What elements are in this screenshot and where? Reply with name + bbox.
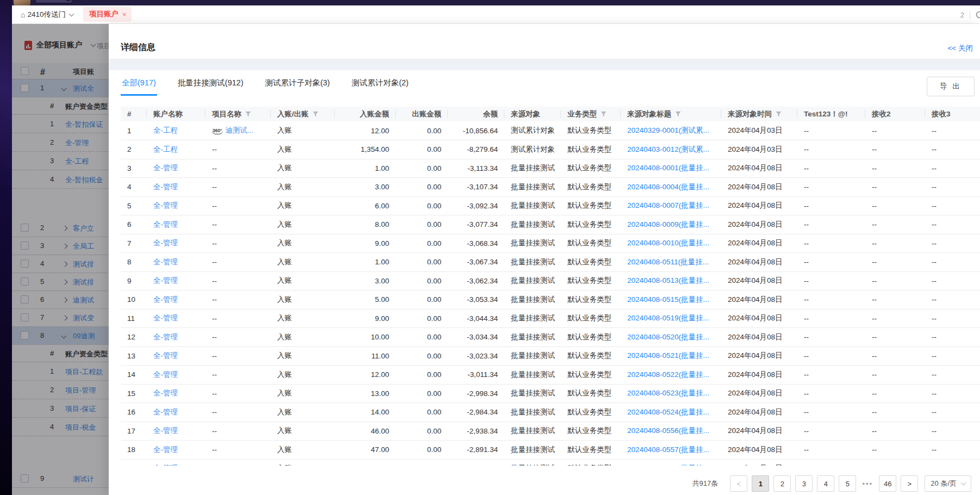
cell-8: 默认业务类型 bbox=[561, 178, 621, 197]
table-row[interactable]: 17全-管理--入账46.000.00-2,938.34批量挂接测试默认业务类型… bbox=[121, 422, 980, 441]
cell-9[interactable]: 20240408-0557(批量挂... bbox=[621, 441, 721, 460]
cell-9[interactable]: 20240408-0001(批量挂... bbox=[621, 159, 721, 178]
avatar[interactable] bbox=[14, 0, 30, 5]
pagination-page-5[interactable]: 5 bbox=[839, 475, 856, 492]
cell-1[interactable]: 全-管理 bbox=[147, 403, 205, 422]
close-tab-icon[interactable]: × bbox=[122, 10, 127, 18]
pagination-page-46[interactable]: 46 bbox=[879, 475, 896, 492]
table-row[interactable]: 11全-管理--入账9.000.00-3,044.34批量挂接测试默认业务类型2… bbox=[121, 309, 980, 328]
filter-icon[interactable] bbox=[245, 111, 251, 117]
cell-9[interactable]: 20240408-0511(批量挂... bbox=[621, 253, 721, 272]
drawer-overlay-mask[interactable] bbox=[12, 24, 109, 495]
pagination-page-1[interactable]: 1 bbox=[752, 475, 769, 492]
cell-11: -- bbox=[797, 403, 865, 422]
cell-1[interactable]: 全-管理 bbox=[147, 178, 205, 197]
cell-9[interactable]: 20240408-0515(批量挂... bbox=[621, 290, 721, 310]
cell-9[interactable]: 20240408-0519(批量挂... bbox=[621, 309, 721, 328]
navbar-search-box[interactable] bbox=[35, 0, 72, 3]
cell-1[interactable]: 全-管理 bbox=[147, 271, 205, 290]
page-size-select[interactable]: 20 条/页 bbox=[925, 475, 971, 492]
cell-1[interactable]: 全-管理 bbox=[147, 309, 205, 328]
pagination-prev-button[interactable]: < bbox=[730, 475, 747, 492]
filter-icon[interactable] bbox=[313, 111, 319, 117]
cell-9[interactable]: 20240408-0558(批量挂... bbox=[621, 459, 721, 466]
cell-9[interactable]: 20240408-0523(批量挂... bbox=[621, 384, 721, 403]
drawer-tab-2[interactable]: 测试累计子对象(3) bbox=[264, 71, 331, 96]
cell-9[interactable]: 20240408-0007(批量挂... bbox=[621, 196, 721, 215]
cell-1[interactable]: 全-管理 bbox=[147, 422, 205, 441]
cell-6: -3,011.34 bbox=[448, 366, 504, 385]
cell-9[interactable]: 20240329-0001(测试累... bbox=[621, 121, 721, 140]
table-row[interactable]: 9全-管理--入账3.000.00-3,062.34批量挂接测试默认业务类型20… bbox=[121, 271, 980, 290]
cell-9[interactable]: 20240408-0010(批量挂... bbox=[621, 234, 721, 253]
table-row[interactable]: 8全-管理--入账1.000.00-3,067.34批量挂接测试默认业务类型20… bbox=[121, 253, 980, 272]
table-row[interactable]: 7全-管理--入账9.000.00-3,068.34批量挂接测试默认业务类型20… bbox=[121, 234, 980, 253]
cell-3: 入账 bbox=[271, 384, 335, 403]
cell-9[interactable]: 20240408-0004(批量挂... bbox=[621, 178, 721, 197]
col-header-12: 接收2 bbox=[865, 107, 925, 121]
cell-13: -- bbox=[925, 196, 980, 215]
cell-1[interactable]: 全-管理 bbox=[147, 346, 205, 366]
close-drawer-link[interactable]: << 关闭 bbox=[947, 44, 973, 53]
cell-1[interactable]: 全-管理 bbox=[147, 384, 205, 403]
table-row[interactable]: 2全-工程--入账1,354.000.00-8,279.64测试累计对象默认业务… bbox=[121, 140, 980, 159]
pagination-next-button[interactable]: > bbox=[901, 475, 918, 492]
cell-10: 2024年04月08日 bbox=[721, 234, 797, 253]
cell-1[interactable]: 全-管理 bbox=[147, 215, 205, 234]
table-row[interactable]: 3全-管理--入账1.000.00-3,113.34批量挂接测试默认业务类型20… bbox=[121, 159, 980, 178]
table-row[interactable]: 12全-管理--入账10.000.00-3,034.34批量挂接测试默认业务类型… bbox=[121, 328, 980, 347]
cell-0: 2 bbox=[121, 140, 147, 159]
table-row[interactable]: 10全-管理--入账5.000.00-3,053.34批量挂接测试默认业务类型2… bbox=[121, 290, 980, 310]
cell-1[interactable]: 全-工程 bbox=[147, 121, 205, 140]
table-row[interactable]: 4全-管理--入账3.000.00-3,107.34批量挂接测试默认业务类型20… bbox=[121, 178, 980, 197]
refresh-icon[interactable] bbox=[975, 10, 980, 19]
pagination-page-3[interactable]: 3 bbox=[795, 475, 813, 492]
cell-4: 14.00 bbox=[335, 403, 396, 422]
cell-5: 0.00 bbox=[396, 159, 448, 178]
pagination-page-2[interactable]: 2 bbox=[773, 475, 791, 492]
cell-12: -- bbox=[865, 422, 925, 441]
table-row[interactable]: 18全-管理--入账47.000.00-2,891.34批量挂接测试默认业务类型… bbox=[121, 441, 980, 460]
cell-8: 默认业务类型 bbox=[561, 215, 621, 234]
cell-1[interactable]: 全-管理 bbox=[147, 366, 205, 385]
cell-1[interactable]: 全-管理 bbox=[147, 159, 205, 178]
table-row[interactable]: 6全-管理--入账8.000.00-3,077.34批量挂接测试默认业务类型20… bbox=[121, 215, 980, 234]
table-row[interactable]: 19全-管理--入账48.000.00-2,843.34批量挂接测试默认业务类型… bbox=[121, 459, 980, 466]
cell-9[interactable]: 20240408-0524(批量挂... bbox=[621, 403, 721, 422]
table-row[interactable]: 5全-管理--入账6.000.00-3,092.34批量挂接测试默认业务类型20… bbox=[121, 196, 980, 215]
cell-1[interactable]: 全-管理 bbox=[147, 441, 205, 460]
cell-9[interactable]: 20240408-0522(批量挂... bbox=[621, 366, 721, 385]
table-row[interactable]: 13全-管理--入账11.000.00-3,023.34批量挂接测试默认业务类型… bbox=[121, 346, 980, 366]
cell-1[interactable]: 全-管理 bbox=[147, 253, 205, 272]
tab-project-accounts[interactable]: 项目账户 × bbox=[83, 7, 132, 22]
table-row[interactable]: 15全-管理--入账13.000.00-2,998.34批量挂接测试默认业务类型… bbox=[121, 384, 980, 403]
table-row[interactable]: 16全-管理--入账14.000.00-2,984.34批量挂接测试默认业务类型… bbox=[121, 403, 980, 422]
cell-1[interactable]: 全-管理 bbox=[147, 290, 205, 310]
cell-1[interactable]: 全-管理 bbox=[147, 234, 205, 253]
cell-9[interactable]: 20240403-0012(测试累... bbox=[621, 140, 721, 159]
cell-2[interactable]: 360°迪测试... bbox=[205, 121, 271, 140]
cell-9[interactable]: 20240408-0556(批量挂... bbox=[621, 422, 721, 441]
cell-9[interactable]: 20240408-0520(批量挂... bbox=[621, 328, 721, 347]
filter-icon[interactable] bbox=[776, 111, 782, 117]
table-row[interactable]: 1全-工程360°迪测试...入账12.000.00-10,856.64测试累计… bbox=[121, 121, 980, 140]
export-button[interactable]: 导 出 bbox=[927, 77, 975, 96]
filter-icon[interactable] bbox=[675, 111, 681, 117]
cell-13: -- bbox=[925, 215, 980, 234]
drawer-tab-1[interactable]: 批量挂接测试(912) bbox=[177, 71, 245, 96]
home-tab[interactable]: ⌂ 2410传送门 bbox=[21, 10, 73, 20]
table-row[interactable]: 14全-管理--入账12.000.00-3,011.34批量挂接测试默认业务类型… bbox=[121, 366, 980, 385]
drawer-tab-3[interactable]: 测试累计对象(2) bbox=[351, 71, 410, 96]
cell-9[interactable]: 20240408-0009(批量挂... bbox=[621, 215, 721, 234]
cell-1[interactable]: 全-管理 bbox=[147, 196, 205, 215]
cell-6: -2,891.34 bbox=[448, 441, 504, 460]
filter-icon[interactable] bbox=[601, 111, 607, 117]
pagination-page-4[interactable]: 4 bbox=[817, 475, 834, 492]
cell-1[interactable]: 全-工程 bbox=[147, 140, 205, 159]
cell-5: 0.00 bbox=[396, 215, 448, 234]
cell-9[interactable]: 20240408-0513(批量挂... bbox=[621, 271, 721, 290]
cell-1[interactable]: 全-管理 bbox=[147, 328, 205, 347]
drawer-tab-0[interactable]: 全部(917) bbox=[121, 71, 157, 96]
cell-1[interactable]: 全-管理 bbox=[147, 459, 205, 466]
cell-9[interactable]: 20240408-0521(批量挂... bbox=[621, 346, 721, 366]
